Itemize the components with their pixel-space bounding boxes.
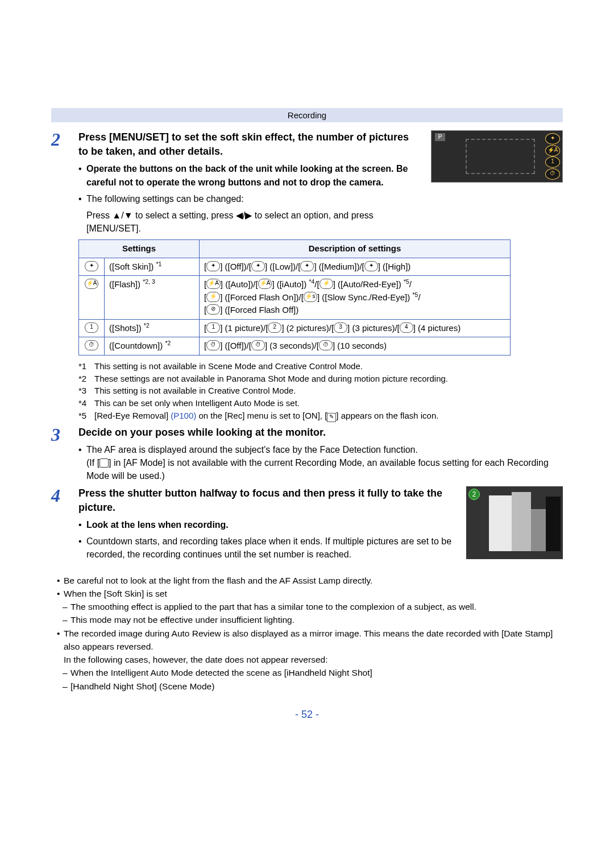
step-number-4: 4 xyxy=(51,486,68,561)
step-4: 4 Press the shutter button halfway to fo… xyxy=(51,486,563,561)
step-number-2: 2 xyxy=(51,130,68,235)
step-4-plain-bullet: Countdown starts, and recording takes pl… xyxy=(78,535,456,561)
flash-icon: ⚡A xyxy=(545,145,560,156)
step-2-press-line: Press ▲/▼ to select a setting, press ◀/▶… xyxy=(78,209,421,235)
step-2: 2 Press [MENU/SET] to set the soft skin … xyxy=(51,130,563,235)
bottom-notes: Be careful not to look at the light from… xyxy=(57,574,557,693)
step-3: 3 Decide on your poses while looking at … xyxy=(51,425,563,483)
section-header: Recording xyxy=(51,108,563,122)
camera-lcd-preview: P ✦ ⚡A 1 ⏱ xyxy=(431,130,563,183)
table-row: ⏱ ([Countdown]) *2 [⏱] ([Off])/[⏱] (3 se… xyxy=(79,337,511,356)
step-4-bold-bullet: Look at the lens when recording. xyxy=(78,518,456,531)
row-icon-flash: ⚡A xyxy=(85,279,99,289)
af-preview-image xyxy=(466,486,563,559)
link-p100[interactable]: (P100) xyxy=(171,411,196,420)
table-row: ✦ ([Soft Skin]) *1 [✦] ([Off])/[✦] ([Low… xyxy=(79,258,511,276)
face-detect-icon xyxy=(99,458,109,468)
table-row: ⚡A ([Flash]) *2, 3 [⚡A] ([Auto])/[⚡A] ([… xyxy=(79,276,511,320)
timer-icon: ⏱ xyxy=(545,168,560,180)
pencil-icon: ✎ xyxy=(327,413,336,422)
table-footnotes: *1This setting is not available in Scene… xyxy=(78,360,563,422)
focus-brackets-icon xyxy=(466,139,535,174)
softskin-icon: ✦ xyxy=(545,133,560,144)
th-settings: Settings xyxy=(79,240,200,258)
step-3-title: Decide on your poses while looking at th… xyxy=(78,425,563,440)
step-2-title: Press [MENU/SET] to set the soft skin ef… xyxy=(78,130,421,159)
page-number: - 52 - xyxy=(51,709,563,755)
settings-table: Settings Description of settings ✦ ([Sof… xyxy=(78,239,511,356)
step-4-title: Press the shutter button halfway to focu… xyxy=(78,486,456,515)
step-2-plain-bullet: The following settings can be changed: xyxy=(78,192,421,205)
row-icon-shots: 1 xyxy=(85,323,98,333)
step-2-bold-bullet: Operate the buttons on the back of the u… xyxy=(78,162,421,188)
shots-icon: 1 xyxy=(545,156,560,168)
row-icon-softskin: ✦ xyxy=(85,261,98,271)
th-description: Description of settings xyxy=(200,240,511,258)
step-number-3: 3 xyxy=(51,425,68,483)
mode-badge-p: P xyxy=(435,133,445,141)
step-3-bullet: The AF area is displayed around the subj… xyxy=(78,443,563,483)
row-icon-countdown: ⏱ xyxy=(85,340,98,350)
table-row: 1 ([Shots]) *2 [1] (1 picture)/[2] (2 pi… xyxy=(79,319,511,337)
